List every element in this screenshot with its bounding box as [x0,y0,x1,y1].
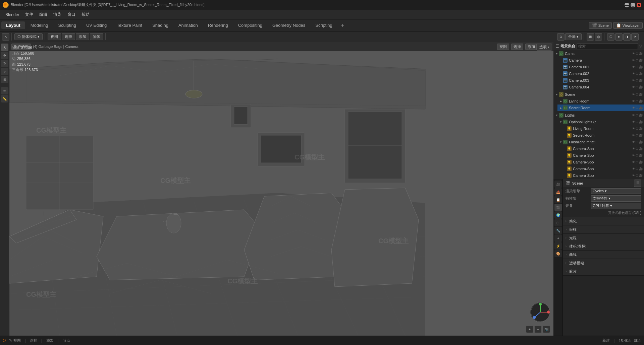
prop-tab-view-layer[interactable]: 📋 [554,196,562,203]
maximize-button[interactable]: □ [631,3,635,7]
properties-options-btn[interactable]: ☰ [634,180,641,187]
film-header[interactable]: › 胶片 [563,267,644,275]
c004-render[interactable]: 🎥 [639,85,643,89]
lrl-render[interactable]: 🎥 [639,127,643,130]
lr-eye[interactable]: 👁 [632,99,635,103]
tab-sculpting[interactable]: Sculpting [53,21,80,29]
select-btn[interactable]: 选择 [62,33,75,40]
spo4-eye[interactable]: 👁 [632,167,635,170]
spo4-vp[interactable]: ⬡ [636,167,638,170]
spo1-vp[interactable]: ⬡ [636,147,638,150]
lrl-vp[interactable]: ⬡ [636,127,638,130]
tab-texture-paint[interactable]: Texture Paint [112,21,147,29]
simplify-header[interactable]: › 简化 [563,217,644,225]
tool-annotate[interactable]: ✏ [1,87,8,94]
view-gizmo[interactable]: X Y Z [530,302,550,322]
lrl-eye[interactable]: 👁 [632,127,635,130]
outliner-item-camera004[interactable]: 📷 Camera.004 👁 ⬡ 🎥 [557,84,644,90]
sr-render[interactable]: 🎥 [639,106,643,110]
snap-icon[interactable]: ⊞ [587,33,594,41]
prop-tab-output[interactable]: 📤 [554,188,562,196]
outliner-item-flashlight[interactable]: ▼ ⬡ Flashlight imitati 👁 ⬡ 🎥 [557,139,644,145]
outliner-search-input[interactable] [577,43,638,49]
transform-pivot-icon[interactable]: ⊙ [557,33,565,41]
close-button[interactable]: ✕ [637,3,641,7]
menu-help[interactable]: 帮助 [79,11,92,18]
spo4-render[interactable]: 🎥 [639,167,643,170]
material-preview-icon[interactable]: ◑ [623,33,631,41]
tool-measure[interactable]: 📏 [1,95,8,102]
outliner-item-camera003[interactable]: 📷 Camera.003 👁 ⬡ 🎥 [557,77,644,84]
tab-shading[interactable]: Shading [148,21,173,29]
outliner-item-secret-room[interactable]: ▶ ⬡ Secret Room 👁 ⬡ 🎥 [557,105,644,111]
viewport-add-btn[interactable]: 添加 [525,44,537,50]
ol-render[interactable]: 🎥 [639,120,643,124]
menu-edit[interactable]: 编辑 [37,11,50,18]
tab-compositing[interactable]: Compositing [233,21,267,29]
srl-eye[interactable]: 👁 [632,134,635,137]
zoom-out-button[interactable]: − [534,326,542,333]
menu-window[interactable]: 窗口 [65,11,78,18]
camera-view-button[interactable]: 📷 [543,326,550,333]
c001-eye[interactable]: 👁 [632,65,635,69]
global-selector[interactable]: 全局 ▾ [565,33,582,40]
fl-eye[interactable]: 👁 [632,140,635,144]
fl-vp[interactable]: ⬡ [636,140,638,144]
solid-icon[interactable]: ● [615,33,623,41]
spo5-vp[interactable]: ⬡ [636,174,638,177]
outliner-item-living-room[interactable]: ▶ ⬡ Living Room 👁 ⬡ 🎥 [557,98,644,105]
gizmo-circle[interactable]: X Y Z [530,302,550,322]
c004-vp[interactable]: ⬡ [636,85,638,89]
camera-eye-icon[interactable]: 👁 [632,59,635,62]
camera-render-icon[interactable]: 🎥 [639,59,643,62]
prop-tab-object[interactable]: ⬡ [554,219,562,226]
prop-tab-modifier[interactable]: 🔧 [554,227,562,234]
c003-render[interactable]: 🎥 [639,79,643,82]
ol-vp[interactable]: ⬡ [636,120,638,124]
outliner-item-secret-room-light[interactable]: 💡 Secret Room 👁 ⬡ 🎥 [561,132,644,139]
status-view-item[interactable]: 🖱 视图 [9,338,21,343]
spo2-eye[interactable]: 👁 [632,154,635,157]
prop-tab-render[interactable]: 🎥 [554,181,562,188]
prop-tab-particles[interactable]: ✦ [554,234,562,242]
menu-file[interactable]: 文件 [22,11,36,18]
viewport-view-btn[interactable]: 视图 [497,44,509,50]
features-dropdown[interactable]: 支持特性 ▾ [591,195,641,202]
sampling-header[interactable]: › 采样 [563,225,644,233]
status-node-item[interactable]: 节点 [63,338,70,343]
outliner-item-cams[interactable]: ▼ ⬡ Cams 👁 ⬡ 🎥 [553,50,644,57]
tool-rotate[interactable]: ↻ [1,60,8,67]
outliner-item-scene[interactable]: ▼ ⬡ Scene 👁 ⬡ 🎥 [553,91,644,98]
spo5-eye[interactable]: 👁 [632,174,635,177]
status-select-item[interactable]: 选择 [30,338,37,343]
c002-vp[interactable]: ⬡ [636,72,638,75]
menu-render[interactable]: 渲染 [51,11,64,18]
tool-transform[interactable]: ⊞ [1,76,8,83]
title-controls[interactable]: — □ ✕ [625,3,641,7]
viewport-select-btn[interactable]: 选择 [511,44,523,50]
sr-vp[interactable]: ⬡ [636,106,638,110]
spo3-vp[interactable]: ⬡ [636,160,638,164]
outliner-filter-icon[interactable]: ▽ [639,44,642,48]
spo5-render[interactable]: 🎥 [639,174,643,177]
outliner-item-camera-spo1[interactable]: 💡 Camera-Spo 👁 ⬡ 🎥 [561,145,644,152]
tab-modeling[interactable]: Modeling [26,21,53,29]
view-btn[interactable]: 视图 [48,33,61,40]
zoom-in-button[interactable]: + [526,326,533,333]
spo1-eye[interactable]: 👁 [632,147,635,150]
ol-eye[interactable]: 👁 [632,120,635,124]
outliner-item-living-room-light[interactable]: 💡 Living Room 👁 ⬡ 🎥 [561,125,644,132]
tool-move[interactable]: ✥ [1,52,8,59]
viewlayer-selector[interactable]: 📋 ViewLayer [613,22,643,29]
camera-vp-icon[interactable]: ⬡ [636,59,638,62]
motion-blur-header[interactable]: › 运动模糊 [563,259,644,267]
tab-rendering[interactable]: Rendering [203,21,233,29]
eye-icon[interactable]: 👁 [632,52,635,55]
c001-render[interactable]: 🎥 [639,65,643,69]
lr-render[interactable]: 🎥 [639,99,643,103]
spo3-render[interactable]: 🎥 [639,160,643,164]
device-dropdown[interactable]: GPU 计算 ▾ [591,203,641,209]
ligths-eye[interactable]: 👁 [632,114,635,117]
object-btn[interactable]: 物体 [90,33,103,40]
minimize-button[interactable]: — [625,3,629,7]
